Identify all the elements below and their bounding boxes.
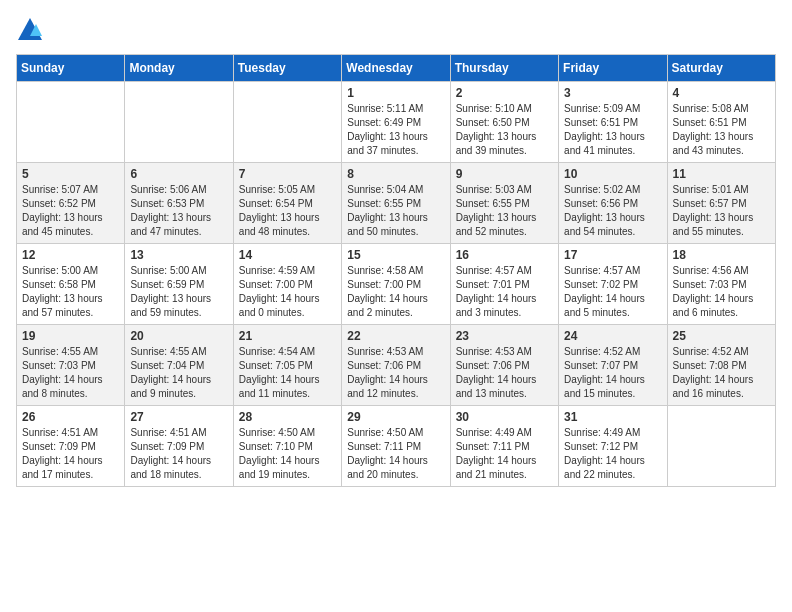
day-info: Sunrise: 4:55 AM Sunset: 7:04 PM Dayligh… [130, 345, 227, 401]
calendar-week-row: 26Sunrise: 4:51 AM Sunset: 7:09 PM Dayli… [17, 406, 776, 487]
calendar-empty-cell [17, 82, 125, 163]
calendar-day-23: 23Sunrise: 4:53 AM Sunset: 7:06 PM Dayli… [450, 325, 558, 406]
calendar-empty-cell [125, 82, 233, 163]
day-number: 28 [239, 410, 336, 424]
day-info: Sunrise: 4:49 AM Sunset: 7:11 PM Dayligh… [456, 426, 553, 482]
day-number: 19 [22, 329, 119, 343]
calendar-day-10: 10Sunrise: 5:02 AM Sunset: 6:56 PM Dayli… [559, 163, 667, 244]
calendar-week-row: 1Sunrise: 5:11 AM Sunset: 6:49 PM Daylig… [17, 82, 776, 163]
calendar-day-4: 4Sunrise: 5:08 AM Sunset: 6:51 PM Daylig… [667, 82, 775, 163]
day-number: 29 [347, 410, 444, 424]
calendar-day-6: 6Sunrise: 5:06 AM Sunset: 6:53 PM Daylig… [125, 163, 233, 244]
calendar-day-19: 19Sunrise: 4:55 AM Sunset: 7:03 PM Dayli… [17, 325, 125, 406]
day-info: Sunrise: 5:10 AM Sunset: 6:50 PM Dayligh… [456, 102, 553, 158]
calendar-header-tuesday: Tuesday [233, 55, 341, 82]
calendar-table: SundayMondayTuesdayWednesdayThursdayFrid… [16, 54, 776, 487]
day-info: Sunrise: 5:08 AM Sunset: 6:51 PM Dayligh… [673, 102, 770, 158]
calendar-empty-cell [667, 406, 775, 487]
calendar-day-15: 15Sunrise: 4:58 AM Sunset: 7:00 PM Dayli… [342, 244, 450, 325]
day-number: 20 [130, 329, 227, 343]
day-info: Sunrise: 4:57 AM Sunset: 7:01 PM Dayligh… [456, 264, 553, 320]
calendar-day-3: 3Sunrise: 5:09 AM Sunset: 6:51 PM Daylig… [559, 82, 667, 163]
day-number: 11 [673, 167, 770, 181]
calendar-day-18: 18Sunrise: 4:56 AM Sunset: 7:03 PM Dayli… [667, 244, 775, 325]
day-number: 25 [673, 329, 770, 343]
logo-icon [16, 16, 44, 44]
day-info: Sunrise: 4:50 AM Sunset: 7:11 PM Dayligh… [347, 426, 444, 482]
day-number: 9 [456, 167, 553, 181]
day-number: 18 [673, 248, 770, 262]
calendar-header-wednesday: Wednesday [342, 55, 450, 82]
day-number: 22 [347, 329, 444, 343]
calendar-day-7: 7Sunrise: 5:05 AM Sunset: 6:54 PM Daylig… [233, 163, 341, 244]
day-info: Sunrise: 4:51 AM Sunset: 7:09 PM Dayligh… [130, 426, 227, 482]
calendar-day-12: 12Sunrise: 5:00 AM Sunset: 6:58 PM Dayli… [17, 244, 125, 325]
calendar-day-11: 11Sunrise: 5:01 AM Sunset: 6:57 PM Dayli… [667, 163, 775, 244]
logo [16, 16, 48, 44]
day-info: Sunrise: 4:52 AM Sunset: 7:07 PM Dayligh… [564, 345, 661, 401]
day-number: 23 [456, 329, 553, 343]
calendar-header-thursday: Thursday [450, 55, 558, 82]
calendar-day-26: 26Sunrise: 4:51 AM Sunset: 7:09 PM Dayli… [17, 406, 125, 487]
day-info: Sunrise: 5:06 AM Sunset: 6:53 PM Dayligh… [130, 183, 227, 239]
day-number: 2 [456, 86, 553, 100]
day-number: 7 [239, 167, 336, 181]
calendar-day-1: 1Sunrise: 5:11 AM Sunset: 6:49 PM Daylig… [342, 82, 450, 163]
day-number: 27 [130, 410, 227, 424]
calendar-day-21: 21Sunrise: 4:54 AM Sunset: 7:05 PM Dayli… [233, 325, 341, 406]
calendar-day-20: 20Sunrise: 4:55 AM Sunset: 7:04 PM Dayli… [125, 325, 233, 406]
calendar-week-row: 12Sunrise: 5:00 AM Sunset: 6:58 PM Dayli… [17, 244, 776, 325]
day-info: Sunrise: 4:53 AM Sunset: 7:06 PM Dayligh… [347, 345, 444, 401]
day-number: 31 [564, 410, 661, 424]
calendar-header-row: SundayMondayTuesdayWednesdayThursdayFrid… [17, 55, 776, 82]
day-info: Sunrise: 5:00 AM Sunset: 6:58 PM Dayligh… [22, 264, 119, 320]
calendar-empty-cell [233, 82, 341, 163]
day-number: 13 [130, 248, 227, 262]
calendar-day-22: 22Sunrise: 4:53 AM Sunset: 7:06 PM Dayli… [342, 325, 450, 406]
day-number: 21 [239, 329, 336, 343]
calendar-week-row: 19Sunrise: 4:55 AM Sunset: 7:03 PM Dayli… [17, 325, 776, 406]
calendar-header-saturday: Saturday [667, 55, 775, 82]
day-number: 26 [22, 410, 119, 424]
day-number: 3 [564, 86, 661, 100]
day-info: Sunrise: 4:55 AM Sunset: 7:03 PM Dayligh… [22, 345, 119, 401]
calendar-day-5: 5Sunrise: 5:07 AM Sunset: 6:52 PM Daylig… [17, 163, 125, 244]
day-info: Sunrise: 5:07 AM Sunset: 6:52 PM Dayligh… [22, 183, 119, 239]
day-info: Sunrise: 4:52 AM Sunset: 7:08 PM Dayligh… [673, 345, 770, 401]
day-number: 6 [130, 167, 227, 181]
calendar-week-row: 5Sunrise: 5:07 AM Sunset: 6:52 PM Daylig… [17, 163, 776, 244]
day-info: Sunrise: 4:54 AM Sunset: 7:05 PM Dayligh… [239, 345, 336, 401]
day-info: Sunrise: 4:59 AM Sunset: 7:00 PM Dayligh… [239, 264, 336, 320]
calendar-day-8: 8Sunrise: 5:04 AM Sunset: 6:55 PM Daylig… [342, 163, 450, 244]
day-info: Sunrise: 4:58 AM Sunset: 7:00 PM Dayligh… [347, 264, 444, 320]
day-info: Sunrise: 4:57 AM Sunset: 7:02 PM Dayligh… [564, 264, 661, 320]
calendar-day-25: 25Sunrise: 4:52 AM Sunset: 7:08 PM Dayli… [667, 325, 775, 406]
calendar-day-31: 31Sunrise: 4:49 AM Sunset: 7:12 PM Dayli… [559, 406, 667, 487]
day-info: Sunrise: 5:03 AM Sunset: 6:55 PM Dayligh… [456, 183, 553, 239]
calendar-day-29: 29Sunrise: 4:50 AM Sunset: 7:11 PM Dayli… [342, 406, 450, 487]
day-number: 4 [673, 86, 770, 100]
day-info: Sunrise: 5:05 AM Sunset: 6:54 PM Dayligh… [239, 183, 336, 239]
day-info: Sunrise: 5:02 AM Sunset: 6:56 PM Dayligh… [564, 183, 661, 239]
day-info: Sunrise: 5:11 AM Sunset: 6:49 PM Dayligh… [347, 102, 444, 158]
day-number: 15 [347, 248, 444, 262]
calendar-day-17: 17Sunrise: 4:57 AM Sunset: 7:02 PM Dayli… [559, 244, 667, 325]
calendar-day-24: 24Sunrise: 4:52 AM Sunset: 7:07 PM Dayli… [559, 325, 667, 406]
day-info: Sunrise: 4:56 AM Sunset: 7:03 PM Dayligh… [673, 264, 770, 320]
day-info: Sunrise: 4:49 AM Sunset: 7:12 PM Dayligh… [564, 426, 661, 482]
calendar-day-14: 14Sunrise: 4:59 AM Sunset: 7:00 PM Dayli… [233, 244, 341, 325]
day-number: 30 [456, 410, 553, 424]
calendar-day-30: 30Sunrise: 4:49 AM Sunset: 7:11 PM Dayli… [450, 406, 558, 487]
day-number: 24 [564, 329, 661, 343]
day-number: 5 [22, 167, 119, 181]
day-info: Sunrise: 5:09 AM Sunset: 6:51 PM Dayligh… [564, 102, 661, 158]
calendar-header-friday: Friday [559, 55, 667, 82]
day-number: 17 [564, 248, 661, 262]
day-info: Sunrise: 5:00 AM Sunset: 6:59 PM Dayligh… [130, 264, 227, 320]
calendar-header-sunday: Sunday [17, 55, 125, 82]
calendar-header-monday: Monday [125, 55, 233, 82]
day-number: 12 [22, 248, 119, 262]
page-header [16, 16, 776, 44]
day-number: 14 [239, 248, 336, 262]
day-info: Sunrise: 4:53 AM Sunset: 7:06 PM Dayligh… [456, 345, 553, 401]
